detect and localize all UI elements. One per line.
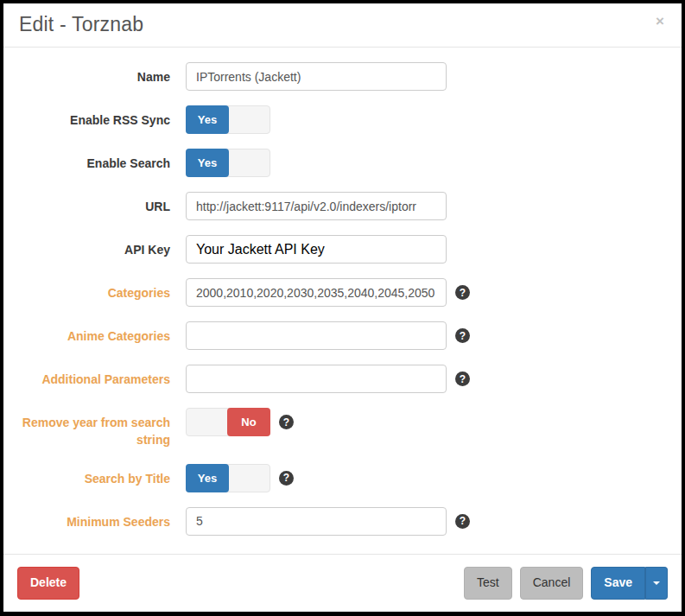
anime-categories-label: Anime Categories bbox=[17, 321, 186, 345]
enable-rss-sync-toggle[interactable]: Yes bbox=[186, 105, 270, 134]
name-input[interactable] bbox=[186, 62, 447, 91]
form-row-categories: Categories ? bbox=[17, 278, 669, 307]
edit-torznab-modal: Edit - Torznab × Name Enable RSS Sync Ye… bbox=[0, 0, 685, 616]
remove-year-label: Remove year from search string bbox=[17, 408, 186, 449]
toggle-knob-label: Yes bbox=[186, 149, 229, 177]
enable-search-control: Yes bbox=[186, 149, 270, 177]
help-icon[interactable]: ? bbox=[455, 285, 470, 300]
toggle-knob-label: Yes bbox=[186, 464, 229, 492]
categories-label: Categories bbox=[17, 278, 186, 302]
help-icon[interactable]: ? bbox=[455, 372, 470, 386]
caret-down-icon bbox=[653, 581, 660, 585]
enable-rss-sync-control: Yes bbox=[186, 105, 270, 134]
url-input[interactable] bbox=[186, 192, 447, 220]
help-icon[interactable]: ? bbox=[455, 514, 470, 529]
modal-title: Edit - Torznab bbox=[19, 13, 666, 36]
save-dropdown-button[interactable] bbox=[645, 567, 668, 600]
url-label: URL bbox=[17, 192, 186, 215]
form-row-name: Name bbox=[17, 62, 669, 91]
enable-search-toggle[interactable]: Yes bbox=[186, 149, 270, 177]
toggle-knob-label: No bbox=[227, 408, 270, 436]
search-by-title-label: Search by Title bbox=[17, 464, 186, 487]
form-row-anime-categories: Anime Categories ? bbox=[17, 321, 669, 350]
additional-parameters-control: ? bbox=[186, 365, 470, 393]
enable-rss-sync-label: Enable RSS Sync bbox=[17, 105, 186, 129]
minimum-seeders-control: ? bbox=[186, 507, 470, 536]
toggle-knob-label: Yes bbox=[186, 105, 229, 134]
additional-parameters-label: Additional Parameters bbox=[17, 365, 186, 388]
form-row-search-by-title: Search by Title Yes ? bbox=[17, 464, 669, 492]
name-label: Name bbox=[17, 62, 186, 86]
categories-input[interactable] bbox=[186, 278, 447, 307]
name-control bbox=[186, 62, 447, 91]
save-button[interactable]: Save bbox=[591, 567, 645, 600]
form-row-minimum-seeders: Minimum Seeders ? bbox=[17, 507, 669, 536]
anime-categories-input[interactable] bbox=[186, 321, 447, 350]
form-row-remove-year: Remove year from search string No ? bbox=[17, 408, 669, 449]
modal-body: Name Enable RSS Sync Yes Enable Search Y… bbox=[3, 48, 682, 554]
form-row-additional-parameters: Additional Parameters ? bbox=[17, 365, 669, 393]
search-by-title-toggle[interactable]: Yes bbox=[186, 464, 270, 492]
api-key-input[interactable] bbox=[186, 235, 447, 264]
search-by-title-control: Yes ? bbox=[186, 464, 294, 492]
help-icon[interactable]: ? bbox=[279, 415, 294, 429]
anime-categories-control: ? bbox=[186, 321, 470, 350]
url-control bbox=[186, 192, 447, 220]
form-row-url: URL bbox=[17, 192, 669, 220]
test-button[interactable]: Test bbox=[464, 567, 512, 600]
form-row-enable-search: Enable Search Yes bbox=[17, 149, 669, 177]
minimum-seeders-input[interactable] bbox=[186, 507, 447, 536]
save-button-group: Save bbox=[591, 567, 668, 600]
remove-year-toggle[interactable]: No bbox=[186, 408, 270, 436]
minimum-seeders-label: Minimum Seeders bbox=[17, 507, 186, 530]
api-key-label: API Key bbox=[17, 235, 186, 258]
form-row-api-key: API Key bbox=[17, 235, 669, 264]
form-row-enable-rss-sync: Enable RSS Sync Yes bbox=[17, 105, 669, 134]
help-icon[interactable]: ? bbox=[455, 328, 470, 343]
modal-header: Edit - Torznab × bbox=[3, 3, 682, 48]
remove-year-control: No ? bbox=[186, 408, 294, 436]
help-icon[interactable]: ? bbox=[279, 471, 294, 486]
api-key-control bbox=[186, 235, 447, 264]
delete-button[interactable]: Delete bbox=[17, 567, 79, 600]
categories-control: ? bbox=[186, 278, 470, 307]
modal-footer: Delete Test Cancel Save bbox=[3, 554, 682, 612]
close-icon[interactable]: × bbox=[656, 14, 664, 29]
cancel-button[interactable]: Cancel bbox=[520, 567, 584, 600]
additional-parameters-input[interactable] bbox=[186, 365, 447, 393]
enable-search-label: Enable Search bbox=[17, 149, 186, 172]
